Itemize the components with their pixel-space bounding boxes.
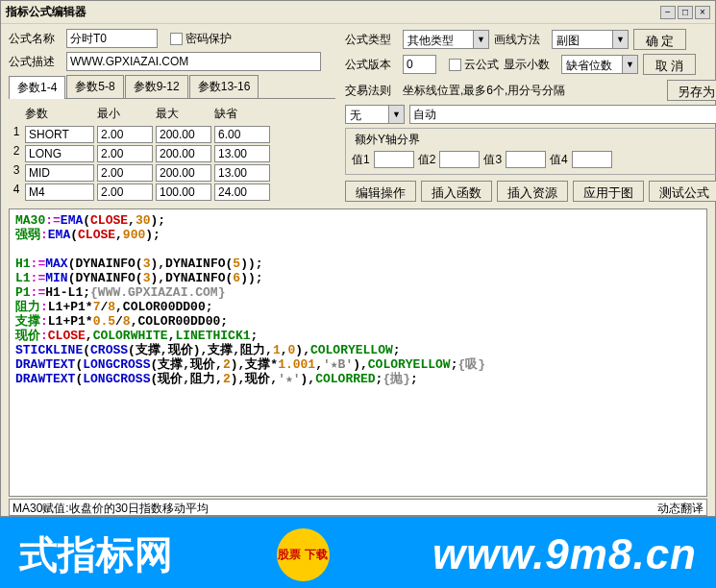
v4-label: 值4 [550, 152, 568, 168]
version-input[interactable] [403, 55, 436, 74]
param-max-input[interactable] [156, 145, 211, 162]
extra-axis-fieldset: 额外Y轴分界 值1 值2 值3 值4 [345, 128, 716, 175]
saveas-button[interactable]: 另存为 [667, 80, 716, 101]
status-text: MA30赋值:收盘价的30日指数移动平均 [12, 501, 209, 514]
param-max-input[interactable] [156, 126, 211, 143]
row-num: 3 [11, 161, 22, 179]
name-label: 公式名称 [9, 31, 62, 47]
edit-op-button[interactable]: 编辑操作 [345, 181, 416, 202]
status-bar: MA30赋值:收盘价的30日指数移动平均 动态翻译 [9, 499, 707, 516]
banner-url: www.9m8.cn [432, 530, 697, 578]
param-min-input[interactable] [97, 164, 153, 182]
chevron-down-icon: ▼ [612, 31, 628, 48]
formula-code-editor[interactable]: MA30:=EMA(CLOSE,30); 强弱:EMA(CLOSE,900); … [9, 208, 707, 497]
v2-input[interactable] [439, 151, 480, 168]
param-min-input[interactable] [97, 126, 153, 143]
v3-label: 值3 [483, 152, 502, 168]
insert-func-button[interactable]: 插入函数 [421, 181, 492, 202]
v3-input[interactable] [506, 151, 546, 168]
maximize-icon[interactable]: □ [678, 6, 693, 19]
chevron-down-icon: ▼ [622, 56, 637, 73]
hdr-max: 最大 [156, 104, 211, 124]
param-min-input[interactable] [97, 145, 153, 162]
titlebar: 指标公式编辑器 − □ × [1, 1, 715, 24]
desc-label: 公式描述 [9, 54, 62, 70]
decimal-select[interactable]: 缺省位数 ▼ [561, 55, 638, 74]
param-table: 1 2 3 4 参数 最小 [9, 104, 335, 201]
param-tabs: 参数1-4 参数5-8 参数9-12 参数13-16 [9, 75, 335, 99]
tab-params-13-16[interactable]: 参数13-16 [189, 75, 259, 98]
minimize-icon[interactable]: − [660, 6, 676, 19]
param-max-input[interactable] [156, 164, 211, 182]
banner-left: 式指标网 [19, 528, 173, 581]
ok-button[interactable]: 确 定 [633, 29, 686, 50]
row-num: 1 [11, 123, 22, 140]
ver-label: 公式版本 [345, 57, 398, 73]
cancel-button[interactable]: 取 消 [643, 54, 696, 75]
formula-editor-window: 指标公式编辑器 − □ × 公式名称 密码保护 公式描述 参数1-4 [0, 0, 716, 517]
type-select[interactable]: 其他类型 ▼ [403, 30, 489, 49]
v2-label: 值2 [418, 152, 436, 168]
param-def-input[interactable] [214, 145, 270, 162]
hdr-name: 参数 [25, 104, 94, 124]
insert-res-button[interactable]: 插入资源 [497, 181, 568, 202]
row-num: 2 [11, 142, 22, 159]
close-icon[interactable]: × [695, 6, 710, 19]
window-title: 指标公式编辑器 [6, 4, 86, 20]
tab-params-1-4[interactable]: 参数1-4 [9, 76, 65, 99]
param-name-input[interactable] [25, 164, 94, 182]
apply-button[interactable]: 应用于图 [573, 181, 644, 202]
password-label: 密码保护 [185, 31, 232, 47]
v1-input[interactable] [374, 151, 414, 168]
extra-axis-title: 额外Y轴分界 [352, 132, 423, 148]
param-name-input[interactable] [25, 145, 94, 162]
param-min-input[interactable] [97, 184, 153, 201]
chevron-down-icon: ▼ [473, 31, 488, 48]
param-def-input[interactable] [214, 164, 270, 182]
cloud-checkbox[interactable] [449, 59, 461, 71]
formula-desc-input[interactable] [66, 52, 321, 71]
param-def-input[interactable] [214, 126, 270, 143]
trade-label: 交易法则 [345, 83, 398, 99]
param-max-input[interactable] [156, 184, 211, 201]
decimal-label: 显示小数 [504, 57, 556, 73]
row-num: 4 [11, 181, 22, 198]
formula-name-input[interactable] [66, 29, 158, 48]
banner-logo-icon: 股票 下载 [277, 528, 330, 581]
param-def-input[interactable] [214, 184, 270, 201]
coord-label: 坐标线位置,最多6个,用分号分隔 [403, 83, 662, 99]
param-name-input[interactable] [25, 126, 94, 143]
chevron-down-icon: ▼ [388, 106, 404, 123]
draw-label: 画线方法 [494, 32, 547, 48]
watermark-banner: 式指标网 股票 下载 www.9m8.cn [0, 517, 716, 588]
param-name-input[interactable] [25, 184, 94, 201]
tab-params-9-12[interactable]: 参数9-12 [125, 75, 188, 98]
hdr-min: 最小 [97, 104, 153, 124]
password-checkbox[interactable] [170, 33, 183, 45]
hdr-def: 缺省 [214, 104, 270, 124]
status-right: 动态翻译 [657, 501, 704, 514]
test-button[interactable]: 测试公式 [649, 181, 716, 202]
trade-select1[interactable]: 无 ▼ [345, 105, 405, 124]
v4-input[interactable] [572, 151, 612, 168]
type-label: 公式类型 [345, 32, 398, 48]
coord-input[interactable] [409, 105, 716, 124]
tab-params-5-8[interactable]: 参数5-8 [66, 75, 123, 98]
draw-select[interactable]: 副图 ▼ [552, 30, 629, 49]
v1-label: 值1 [352, 152, 370, 168]
cloud-label: 云公式 [464, 57, 499, 73]
top-form: 公式名称 密码保护 公式描述 参数1-4 参数5-8 参数9-12 参数13-1… [1, 24, 715, 207]
